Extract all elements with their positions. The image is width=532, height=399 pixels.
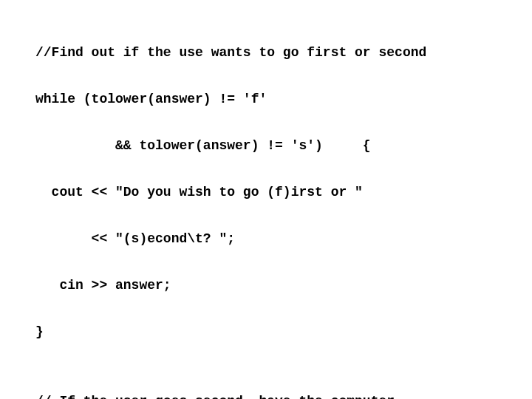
code-line: // If the user goes second, have the com… [35, 390, 497, 399]
code-line: //Find out if the use wants to go first … [35, 41, 497, 65]
code-line: << "(s)econd\t? "; [35, 228, 497, 251]
code-line: while (tolower(answer) != 'f' [35, 88, 497, 112]
code-line: } [35, 321, 497, 344]
code-line: cout << "Do you wish to go (f)irst or " [35, 181, 497, 205]
code-snippet: //Find out if the use wants to go first … [35, 18, 497, 399]
code-line: cin >> answer; [35, 274, 497, 298]
code-line: && tolower(answer) != 's') { [35, 134, 497, 158]
